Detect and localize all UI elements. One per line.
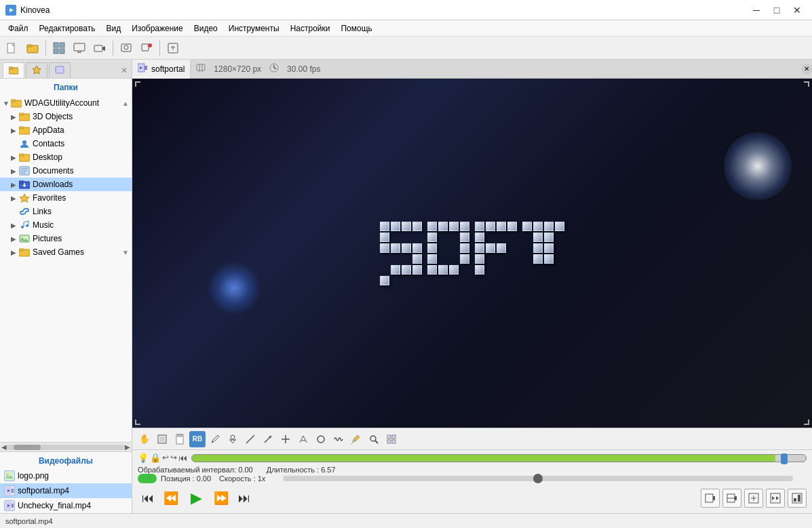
video-tab-softportal[interactable]: softportal: [132, 60, 191, 79]
scrollbar-down[interactable]: ▼: [122, 249, 129, 256]
folder-saved-games[interactable]: ▶ Saved Games ▼: [0, 245, 132, 259]
mark-in-icon[interactable]: 💡: [138, 453, 149, 463]
sidebar-tab-folders[interactable]: [3, 62, 24, 78]
draw-paste-tool[interactable]: [172, 431, 188, 447]
folder-music[interactable]: ▶ Music: [0, 218, 132, 232]
rt-btn-1[interactable]: [701, 489, 720, 508]
draw-figure-tool[interactable]: [225, 431, 241, 447]
folder-pictures[interactable]: ▶ Pictures: [0, 232, 132, 245]
toolbar-separator-2: [113, 41, 113, 56]
sidebar-tab-favorites[interactable]: [26, 62, 47, 78]
horizontal-scrollbar[interactable]: ◀ ▶: [0, 442, 132, 451]
menu-video[interactable]: Видео: [189, 22, 223, 35]
timeline-progress-bar[interactable]: [191, 454, 807, 462]
svg-rect-13: [142, 44, 149, 51]
toolbar-camera[interactable]: [90, 39, 109, 58]
folder-links[interactable]: Links: [0, 205, 132, 218]
timeline-handle[interactable]: [781, 453, 788, 464]
lock-icon[interactable]: 🔒: [150, 453, 161, 463]
svg-line-66: [375, 441, 378, 443]
menu-help[interactable]: Помощь: [335, 22, 377, 35]
menu-tools[interactable]: Инструменты: [223, 22, 285, 35]
draw-arrow-tool[interactable]: [260, 431, 276, 447]
svg-rect-5: [60, 43, 64, 47]
scrollbar-track[interactable]: [7, 445, 125, 450]
position-indicator[interactable]: [138, 474, 157, 483]
skip-to-end-button[interactable]: ⏭: [234, 488, 254, 508]
menu-view[interactable]: Вид: [100, 22, 126, 35]
rt-btn-5[interactable]: [788, 489, 807, 508]
draw-hand-tool[interactable]: ✋: [136, 431, 153, 447]
draw-circle-tool[interactable]: [313, 431, 329, 447]
draw-cross-tool[interactable]: [277, 431, 294, 447]
folder-favorites-label: Favorites: [33, 193, 66, 203]
folder-desktop[interactable]: ▶ Desktop: [0, 150, 132, 164]
play-button[interactable]: ▶: [184, 486, 208, 510]
sidebar-tab-history[interactable]: [49, 62, 71, 78]
menu-edit[interactable]: Редактировать: [34, 22, 101, 35]
pictures-icon: [19, 233, 30, 244]
folder-icon: [19, 152, 30, 163]
glow-right: [724, 132, 792, 200]
video-canvas[interactable]: [132, 79, 812, 428]
draw-wave-tool[interactable]: [330, 431, 347, 447]
skip-to-start-button[interactable]: ⏮: [138, 488, 158, 508]
step-back-button[interactable]: ⏪: [161, 488, 181, 508]
folder-documents[interactable]: ▶ Documents: [0, 164, 132, 178]
toolbar-export[interactable]: [163, 39, 182, 58]
corner-tr: [804, 81, 809, 87]
folder-downloads[interactable]: ▶ Downloads: [0, 178, 132, 191]
toolbar-screenshot[interactable]: [117, 39, 136, 58]
folder-contacts[interactable]: Contacts: [0, 137, 132, 150]
file-item-softportal[interactable]: softportal.mp4: [0, 483, 132, 498]
folder-appdata[interactable]: ▶ AppData: [0, 123, 132, 137]
draw-angle-tool[interactable]: [295, 431, 311, 447]
draw-rb-tool[interactable]: RB: [189, 431, 206, 447]
toolbar-record[interactable]: [137, 39, 156, 58]
rt-btn-4[interactable]: [766, 489, 785, 508]
minimize-button[interactable]: ─: [747, 3, 766, 17]
drawing-toolbar: ✋ RB: [132, 428, 812, 449]
speed-slider[interactable]: [283, 476, 793, 481]
skip-start-icon[interactable]: ⏮: [178, 453, 187, 463]
file-item-unchecky[interactable]: Unchecky_final.mp4: [0, 498, 132, 513]
speed-thumb[interactable]: [533, 474, 543, 483]
folder-3d-objects[interactable]: ▶ 3D Objects: [0, 110, 132, 123]
draw-zoom-tool[interactable]: [366, 431, 382, 447]
maximize-button[interactable]: □: [767, 3, 786, 17]
video-tab-close-button[interactable]: ✕: [801, 64, 812, 75]
rt-btn-2[interactable]: [722, 489, 741, 508]
toolbar-monitor[interactable]: [70, 39, 89, 58]
rt-btn-3[interactable]: [744, 489, 763, 508]
loop-icon[interactable]: ↩: [162, 453, 169, 463]
scrollbar-thumb[interactable]: [14, 445, 41, 450]
folder-favorites[interactable]: ▶ Favorites: [0, 191, 132, 205]
draw-pointer-tool[interactable]: [154, 431, 170, 447]
step-forward-button[interactable]: ⏩: [211, 488, 231, 508]
toolbar-grid[interactable]: [50, 39, 69, 58]
letter-o: [427, 222, 469, 285]
menu-image[interactable]: Изображение: [126, 22, 189, 35]
menu-settings[interactable]: Настройки: [285, 22, 336, 35]
scroll-right-btn[interactable]: ▶: [125, 443, 130, 451]
scrollbar-up[interactable]: ▲: [122, 100, 129, 107]
close-button[interactable]: ✕: [788, 3, 807, 17]
folder-root[interactable]: ▼ WDAGUtilityAccount ▲: [0, 96, 132, 110]
draw-highlight-tool[interactable]: [348, 431, 364, 447]
draw-grid-tool[interactable]: [383, 431, 400, 447]
forward-icon[interactable]: ↪: [170, 453, 177, 463]
scroll-left-btn[interactable]: ◀: [1, 443, 7, 451]
svg-point-63: [317, 436, 324, 443]
svg-rect-50: [197, 64, 205, 70]
svg-rect-69: [387, 440, 391, 443]
sidebar-close-btn[interactable]: ✕: [119, 64, 129, 77]
toolbar-new[interactable]: [3, 39, 22, 58]
file-item-logo[interactable]: logo.png: [0, 468, 132, 483]
folder-music-label: Music: [33, 220, 54, 230]
expand-icon: ▶: [11, 235, 19, 243]
toolbar-open[interactable]: [23, 39, 42, 58]
draw-pencil-tool[interactable]: [207, 431, 223, 447]
draw-line-tool[interactable]: [242, 431, 258, 447]
main-toolbar: [0, 37, 812, 60]
menu-file[interactable]: Файл: [3, 22, 34, 35]
